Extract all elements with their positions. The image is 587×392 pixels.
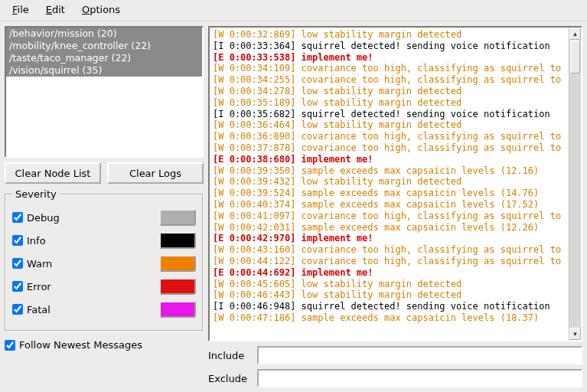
menu-options[interactable]: Options	[74, 2, 128, 17]
severity-row-info: Info	[12, 230, 196, 250]
node-item[interactable]: /behavior/mission (20)	[6, 28, 202, 40]
severity-swatch-warn[interactable]	[159, 255, 196, 272]
log-line[interactable]: [W 0:00:39:350] sample exceeds max capsa…	[213, 165, 566, 177]
log-line[interactable]: [W 0:00:40:374] sample exceeds max capsa…	[213, 199, 566, 211]
severity-swatch-error[interactable]	[159, 278, 196, 295]
include-label: Include	[208, 350, 251, 361]
log-line[interactable]: [E 0:00:33:538] implement me!	[213, 52, 566, 64]
severity-text: Info	[27, 235, 46, 247]
follow-row: Follow Newest Messages	[5, 339, 204, 351]
log-line[interactable]: [I 0:00:35:682] squirrel detected! sendi…	[213, 109, 566, 120]
severity-swatch-debug[interactable]	[159, 209, 196, 226]
log-line[interactable]: [I 0:00:33:364] squirrel detected! sendi…	[213, 41, 566, 52]
scroll-down-icon[interactable]: ▾	[569, 328, 581, 340]
left-pane: /behavior/mission (20)/mobility/knee_con…	[5, 26, 204, 387]
log-line[interactable]: [W 0:00:42:031] sample exceeds max capsa…	[213, 222, 566, 234]
log-line[interactable]: [W 0:00:34:278] low stability margin det…	[213, 86, 566, 97]
severity-group: Severity DebugInfoWarnErrorFatal	[5, 188, 204, 332]
menu-file[interactable]: File	[5, 2, 37, 17]
severity-row-fatal: Fatal	[12, 299, 196, 319]
menubar: File Edit Options	[0, 0, 587, 21]
log-lines[interactable]: [W 0:00:32:869] low stability margin det…	[210, 28, 569, 340]
log-line[interactable]: [W 0:00:41:097] covariance too high, cla…	[213, 211, 566, 222]
menu-edit[interactable]: Edit	[38, 2, 73, 17]
log-line[interactable]: [W 0:00:39:524] sample exceeds max capsa…	[213, 188, 566, 199]
log-line[interactable]: [W 0:00:36:890] covariance too high, cla…	[213, 131, 566, 142]
follow-newest-checkbox[interactable]	[5, 340, 15, 351]
log-line[interactable]: [W 0:00:37:878] covariance too high, cla…	[213, 142, 566, 154]
exclude-label: Exclude	[208, 373, 251, 384]
severity-checkbox-debug[interactable]	[12, 212, 23, 223]
node-item[interactable]: /mobility/knee_controller (22)	[6, 40, 202, 52]
log-line[interactable]: [I 0:00:46:948] squirrel detected! sendi…	[213, 301, 566, 312]
severity-swatch-fatal[interactable]	[159, 301, 196, 318]
log-line[interactable]: [E 0:00:44:692] implement me!	[213, 267, 566, 279]
severity-label-error[interactable]: Error	[12, 281, 159, 292]
severity-text: Warn	[27, 258, 52, 270]
severity-label-info[interactable]: Info	[12, 235, 159, 247]
severity-label-warn[interactable]: Warn	[12, 258, 159, 270]
right-pane: [W 0:00:32:869] low stability margin det…	[208, 26, 582, 387]
log-scrollbar[interactable]: ▴ ▾	[569, 28, 581, 340]
clear-logs-button[interactable]: Clear Logs	[107, 162, 204, 184]
log-line[interactable]: [W 0:00:44:122] covariance too high, cla…	[213, 256, 566, 267]
severity-text: Fatal	[27, 304, 51, 315]
log-line[interactable]: [W 0:00:45:605] low stability margin det…	[213, 279, 566, 290]
severity-row-error: Error	[12, 276, 196, 296]
severity-checkbox-info[interactable]	[12, 235, 23, 246]
severity-row-warn: Warn	[12, 253, 196, 273]
log-line[interactable]: [W 0:00:43:160] covariance too high, cla…	[213, 244, 566, 256]
include-filter-row: Include	[208, 346, 582, 364]
log-line[interactable]: [W 0:00:39:432] low stability margin det…	[213, 176, 566, 188]
severity-row-debug: Debug	[12, 207, 196, 227]
clear-node-list-button[interactable]: Clear Node List	[5, 162, 101, 184]
log-line[interactable]: [W 0:00:47:186] sample exceeds max capsa…	[213, 312, 566, 324]
log-line[interactable]: [W 0:00:32:869] low stability margin det…	[213, 29, 566, 41]
log-line[interactable]: [W 0:00:36:464] low stability margin det…	[213, 119, 566, 131]
log-view: [W 0:00:32:869] low stability margin det…	[208, 26, 582, 341]
node-item[interactable]: /vision/squirrel (35)	[6, 64, 202, 77]
follow-newest-label[interactable]: Follow Newest Messages	[19, 339, 142, 351]
severity-text: Error	[27, 281, 51, 292]
log-line[interactable]: [W 0:00:34:255] covariance too high, cla…	[213, 74, 566, 86]
exclude-input[interactable]	[257, 369, 582, 387]
clear-button-row: Clear Node List Clear Logs	[5, 162, 204, 184]
include-input[interactable]	[257, 346, 582, 364]
severity-checkbox-warn[interactable]	[12, 258, 23, 269]
severity-legend: Severity	[12, 188, 60, 200]
log-line[interactable]: [W 0:00:35:189] low stability margin det…	[213, 97, 566, 109]
severity-label-fatal[interactable]: Fatal	[12, 304, 159, 315]
main-area: /behavior/mission (20)/mobility/knee_con…	[0, 21, 587, 392]
severity-text: Debug	[27, 212, 60, 224]
severity-checkbox-fatal[interactable]	[12, 304, 23, 315]
scroll-up-icon[interactable]: ▴	[569, 28, 581, 40]
log-line[interactable]: [W 0:00:34:109] covariance too high, cla…	[213, 63, 566, 74]
severity-checkbox-error[interactable]	[12, 281, 23, 292]
log-line[interactable]: [E 0:00:42:970] implement me!	[213, 233, 566, 244]
node-list[interactable]: /behavior/mission (20)/mobility/knee_con…	[5, 26, 204, 158]
log-line[interactable]: [W 0:00:46:443] low stability margin det…	[213, 289, 566, 301]
severity-label-debug[interactable]: Debug	[12, 212, 159, 224]
log-line[interactable]: [E 0:00:38:680] implement me!	[213, 154, 566, 165]
exclude-filter-row: Exclude	[208, 369, 582, 387]
scroll-thumb[interactable]	[570, 40, 580, 74]
severity-swatch-info[interactable]	[159, 232, 196, 249]
node-item[interactable]: /taste/taco_manager (22)	[6, 52, 202, 64]
